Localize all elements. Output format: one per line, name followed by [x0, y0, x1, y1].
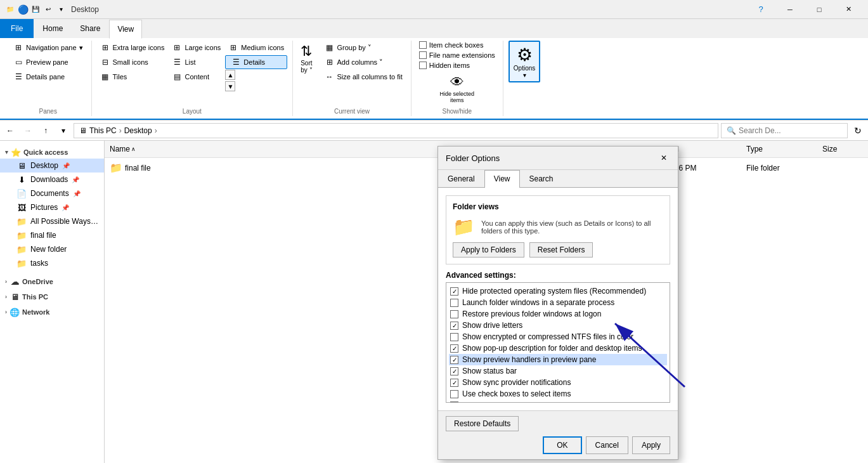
settings-cb-4	[450, 333, 458, 341]
settings-item-9[interactable]: Use check boxes to select items	[449, 388, 667, 400]
folder-views-description: You can apply this view (such as Details…	[481, 219, 663, 235]
settings-cb-7	[450, 367, 458, 375]
settings-cb-0	[450, 287, 458, 296]
cancel-button[interactable]: Cancel	[586, 436, 628, 454]
folder-views-icon: 📁	[453, 216, 475, 237]
settings-cb-9	[450, 390, 458, 398]
folder-views-buttons: Apply to Folders Reset Folders	[453, 242, 663, 258]
apply-to-folders-button[interactable]: Apply to Folders	[453, 242, 524, 258]
settings-cb-2	[450, 310, 458, 318]
advanced-settings-label: Advanced settings:	[446, 271, 670, 280]
settings-cb-1	[450, 299, 458, 307]
reset-folders-button[interactable]: Reset Folders	[529, 242, 593, 258]
settings-item-8[interactable]: Show sync provider notifications	[449, 377, 667, 388]
dialog-tab-general[interactable]: General	[438, 170, 484, 187]
dialog-tab-search[interactable]: Search	[520, 170, 563, 187]
ok-button[interactable]: OK	[543, 436, 581, 454]
dialog-body: Folder views 📁 You can apply this view (…	[438, 188, 678, 410]
folder-views-section: Folder views 📁 You can apply this view (…	[446, 195, 670, 264]
apply-button[interactable]: Apply	[632, 436, 670, 454]
dialog-title-text: Folder Options	[446, 153, 500, 163]
restore-defaults-button[interactable]: Restore Defaults	[446, 416, 519, 431]
folder-views-title: Folder views	[453, 202, 663, 211]
settings-item-5[interactable]: Show pop-up description for folder and d…	[449, 342, 667, 354]
settings-cb-8	[450, 379, 458, 387]
folder-options-dialog: Folder Options ✕ General View Search Fol…	[437, 146, 678, 460]
settings-item-4[interactable]: Show encrypted or compressed NTFS files …	[449, 331, 667, 342]
dialog-close-button[interactable]: ✕	[657, 152, 670, 164]
dialog-footer: Restore Defaults OK Cancel Apply	[438, 410, 678, 459]
settings-item-1[interactable]: Launch folder windows in a separate proc…	[449, 297, 667, 308]
dialog-main-buttons: OK Cancel Apply	[446, 436, 670, 454]
settings-item-7[interactable]: Show status bar	[449, 365, 667, 377]
settings-item-2[interactable]: Restore previous folder windows at logon	[449, 308, 667, 320]
folder-views-row: 📁 You can apply this view (such as Detai…	[453, 216, 663, 237]
settings-list: Hide protected operating system files (R…	[446, 282, 670, 403]
dialog-tab-view[interactable]: View	[484, 170, 520, 188]
settings-item-3[interactable]: Show drive letters	[449, 320, 667, 331]
settings-cb-3	[450, 322, 458, 330]
settings-cb-6	[450, 356, 458, 364]
settings-item-10[interactable]: Use Sharing Wizard (Recommended)	[449, 400, 667, 403]
dialog-title-bar: Folder Options ✕	[438, 147, 678, 170]
settings-item-0[interactable]: Hide protected operating system files (R…	[449, 285, 667, 297]
settings-cb-5	[450, 344, 458, 353]
dialog-overlay: Folder Options ✕ General View Search Fol…	[0, 0, 868, 463]
settings-item-6[interactable]: Show preview handlers in preview pane	[449, 354, 667, 365]
settings-cb-10	[450, 401, 458, 403]
dialog-tabs: General View Search	[438, 170, 678, 188]
